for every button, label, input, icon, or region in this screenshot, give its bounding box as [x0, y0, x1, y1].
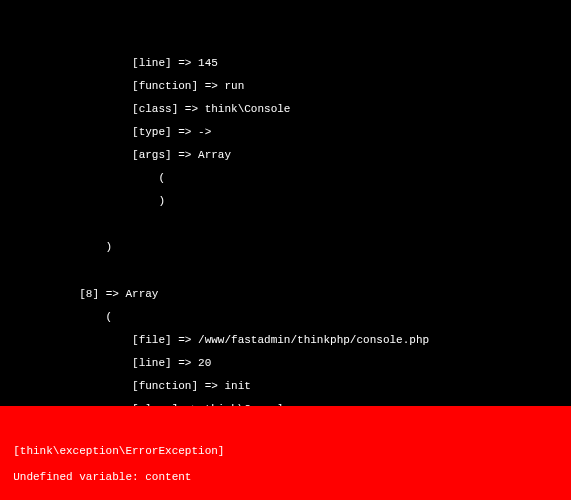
- paren-open: (: [0, 173, 571, 185]
- type-label: [type]: [132, 126, 172, 138]
- trace-line: [line] => 145: [0, 58, 571, 70]
- function-label: [function]: [132, 380, 198, 392]
- line-value: 20: [198, 357, 211, 369]
- line-label: [line]: [132, 357, 172, 369]
- error-message: Undefined variable: content: [0, 471, 571, 484]
- paren-close: ): [0, 242, 571, 254]
- entry-index: [8]: [79, 288, 99, 300]
- trace-line: [function] => init: [0, 381, 571, 393]
- blank-line: [0, 420, 571, 433]
- trace-line: [function] => run: [0, 81, 571, 93]
- function-value: init: [224, 380, 250, 392]
- function-value: run: [224, 80, 244, 92]
- error-class: [think\exception\ErrorException]: [0, 445, 571, 458]
- error-banner: [think\exception\ErrorException] Undefin…: [0, 406, 571, 500]
- class-label: [class]: [132, 103, 178, 115]
- blank-line: [0, 219, 571, 231]
- class-value: think\Console: [205, 103, 291, 115]
- line-value: 145: [198, 57, 218, 69]
- args-value: Array: [198, 149, 231, 161]
- trace-line: [args] => Array: [0, 150, 571, 162]
- line-label: [line]: [132, 57, 172, 69]
- trace-line: [line] => 20: [0, 358, 571, 370]
- type-value: ->: [198, 126, 211, 138]
- paren-open: (: [0, 312, 571, 324]
- paren-close: ): [0, 196, 571, 208]
- trace-line: [class] => think\Console: [0, 104, 571, 116]
- args-label: [args]: [132, 149, 172, 161]
- trace-line: [type] => ->: [0, 127, 571, 139]
- file-label: [file]: [132, 334, 172, 346]
- trace-entry-header: [8] => Array: [0, 289, 571, 301]
- trace-line: [file] => /www/fastadmin/thinkphp/consol…: [0, 335, 571, 347]
- file-value: /www/fastadmin/thinkphp/console.php: [198, 334, 429, 346]
- blank-line: [0, 266, 571, 278]
- function-label: [function]: [132, 80, 198, 92]
